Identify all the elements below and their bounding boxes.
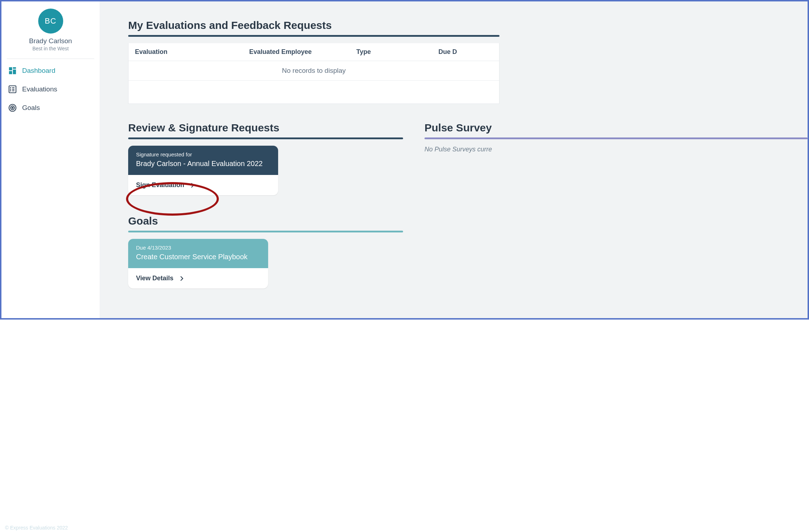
card-subtitle: Due 4/13/2023 [136,245,260,251]
user-tagline: Best in the West [1,46,100,59]
evaluations-title: My Evaluations and Feedback Requests [128,19,499,31]
pulse-section: Pulse Survey No Pulse Surveys curre [424,122,808,195]
main-content: My Evaluations and Feedback Requests Eva… [100,1,808,318]
chevron-right-icon [189,182,196,189]
col-evaluation: Evaluation [135,48,249,56]
section-rule [128,137,403,139]
section-rule [424,137,808,139]
sidebar-item-dashboard[interactable]: Dashboard [8,66,93,75]
table-empty-message: No records to display [129,61,499,80]
evaluations-panel: My Evaluations and Feedback Requests Eva… [128,19,499,104]
sidebar-nav: Dashboard Evaluations Goals [1,66,100,112]
goal-card: Due 4/13/2023 Create Customer Service Pl… [128,239,268,288]
card-action-label: View Details [136,275,174,282]
col-type: Type [356,48,438,56]
goals-section: Goals Due 4/13/2023 Create Customer Serv… [128,215,403,288]
middle-row: Review & Signature Requests Signature re… [128,122,808,195]
card-title: Brady Carlson - Annual Evaluation 2022 [136,159,270,169]
svg-rect-3 [9,71,12,74]
card-subtitle: Signature requested for [136,151,270,157]
card-header: Due 4/13/2023 Create Customer Service Pl… [128,239,268,268]
user-name: Brady Carlson [1,37,100,45]
review-title: Review & Signature Requests [128,122,403,134]
sidebar-item-label: Goals [22,104,40,112]
list-icon [8,85,17,94]
sidebar-item-label: Evaluations [22,85,57,93]
col-due: Due D [438,48,493,56]
section-rule [128,231,403,232]
table-header: Evaluation Evaluated Employee Type Due D [129,43,499,61]
sidebar-item-goals[interactable]: Goals [8,103,93,112]
svg-point-13 [12,107,13,108]
col-employee: Evaluated Employee [249,48,356,56]
svg-rect-2 [13,70,16,74]
card-action-label: Sign Evaluation [136,181,184,189]
view-details-button[interactable]: View Details [128,268,268,288]
section-rule [128,35,499,37]
evaluations-table: Evaluation Evaluated Employee Type Due D… [128,43,499,104]
app-frame: BC Brady Carlson Best in the West Dashbo… [0,0,809,320]
target-icon [8,103,17,112]
sidebar: BC Brady Carlson Best in the West Dashbo… [1,1,100,318]
pulse-title: Pulse Survey [424,122,808,134]
signature-request-card: Signature requested for Brady Carlson - … [128,146,278,195]
dashboard-icon [8,66,17,75]
sidebar-item-evaluations[interactable]: Evaluations [8,85,93,94]
chevron-right-icon [179,275,185,282]
goals-title: Goals [128,215,403,227]
svg-rect-0 [9,67,12,70]
user-avatar[interactable]: BC [38,9,63,34]
footer-copyright: © Express Evaluations 2022 [5,525,68,531]
sidebar-divider [7,59,94,59]
sidebar-item-label: Dashboard [22,67,55,75]
table-spacer [129,80,499,104]
card-title: Create Customer Service Playbook [136,252,260,262]
pulse-empty-message: No Pulse Surveys curre [424,146,808,153]
card-header: Signature requested for Brady Carlson - … [128,146,278,175]
sign-evaluation-button[interactable]: Sign Evaluation [128,175,278,195]
svg-rect-1 [13,67,16,69]
review-section: Review & Signature Requests Signature re… [128,122,403,195]
